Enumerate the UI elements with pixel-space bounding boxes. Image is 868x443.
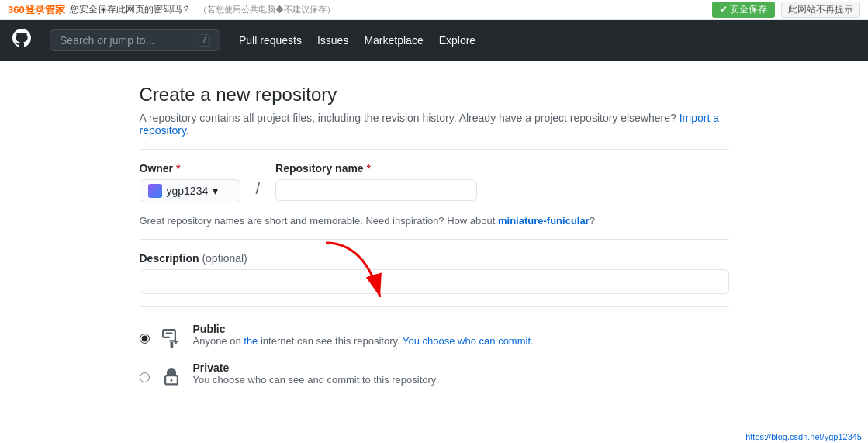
github-logo-icon[interactable] (12, 29, 31, 52)
repo-name-group: Repository name * (275, 162, 477, 201)
page-content: Create a new repository A repository con… (0, 84, 868, 389)
description-input[interactable] (140, 269, 729, 294)
public-text: Public Anyone on the internet can see th… (193, 323, 534, 347)
nav-marketplace[interactable]: Marketplace (364, 34, 423, 47)
bar-360-message: 您安全保存此网页的密码吗？ (70, 3, 191, 16)
search-slash: / (199, 34, 210, 47)
search-bar[interactable]: Search or jump to... / (50, 29, 220, 51)
save-360-button[interactable]: ✔ 安全保存 (712, 2, 775, 18)
owner-group: Owner * ygp1234 ▾ (140, 162, 240, 202)
page-title: Create a new repository (140, 84, 729, 106)
chevron-down-icon: ▾ (213, 185, 218, 197)
owner-select[interactable]: ygp1234 ▾ (140, 179, 240, 202)
private-icon (159, 365, 184, 389)
visibility-section: Public Anyone on the internet can see th… (140, 323, 729, 389)
nav-explore[interactable]: Explore (439, 34, 475, 47)
search-placeholder: Search or jump to... (60, 34, 154, 47)
bar-360-note: （若您使用公共电脑◆不建议保存） (199, 4, 335, 16)
repo-name-hint: Great repository names are short and mem… (140, 215, 729, 227)
private-radio[interactable] (140, 372, 150, 382)
public-icon (159, 326, 184, 351)
bar-360: 360登录管家 您安全保存此网页的密码吗？ （若您使用公共电脑◆不建议保存） ✔… (0, 0, 868, 20)
description-group: Description (optional) (140, 252, 729, 294)
divider-top (140, 149, 729, 150)
nav-issues[interactable]: Issues (317, 34, 348, 47)
divider-middle (140, 239, 729, 240)
repo-name-required: * (367, 162, 371, 175)
bar-360-left: 360登录管家 您安全保存此网页的密码吗？ （若您使用公共电脑◆不建议保存） (8, 3, 335, 17)
public-option: Public Anyone on the internet can see th… (140, 323, 729, 351)
public-radio[interactable] (140, 334, 150, 344)
private-desc: You choose who can see and commit to thi… (193, 374, 439, 386)
repo-name-label: Repository name * (275, 162, 477, 175)
optional-label: (optional) (202, 252, 247, 265)
private-text: Private You choose who can see and commi… (193, 362, 439, 386)
owner-label: Owner * (140, 162, 240, 175)
owner-value: ygp1234 (167, 185, 209, 197)
divider-visibility (140, 306, 729, 307)
no-remind-button[interactable]: 此网站不再提示 (781, 2, 860, 18)
arrow-2 (101, 408, 240, 413)
public-title: Public (193, 323, 534, 335)
main-form: Create a new repository A repository con… (124, 84, 745, 389)
owner-required: * (176, 162, 180, 175)
description-label: Description (optional) (140, 252, 729, 265)
nav-links: Pull requests Issues Marketplace Explore (239, 34, 475, 47)
suggestion-link[interactable]: miniature-funicular (498, 215, 590, 227)
owner-repo-row: Owner * ygp1234 ▾ / Repository name * (140, 162, 729, 202)
private-option: Private You choose who can see and commi… (140, 362, 729, 389)
owner-avatar (148, 184, 162, 198)
bar-360-right: ✔ 安全保存 此网站不再提示 (712, 2, 860, 18)
nav-pull-requests[interactable]: Pull requests (239, 34, 302, 47)
repo-name-input[interactable] (275, 179, 477, 201)
public-desc: Anyone on the internet can see this repo… (193, 335, 534, 347)
logo-360: 360登录管家 (8, 3, 65, 17)
private-title: Private (193, 362, 439, 374)
slash-separator: / (256, 180, 261, 202)
github-navbar: Search or jump to... / Pull requests Iss… (0, 20, 868, 61)
page-description: A repository contains all project files,… (140, 112, 729, 137)
